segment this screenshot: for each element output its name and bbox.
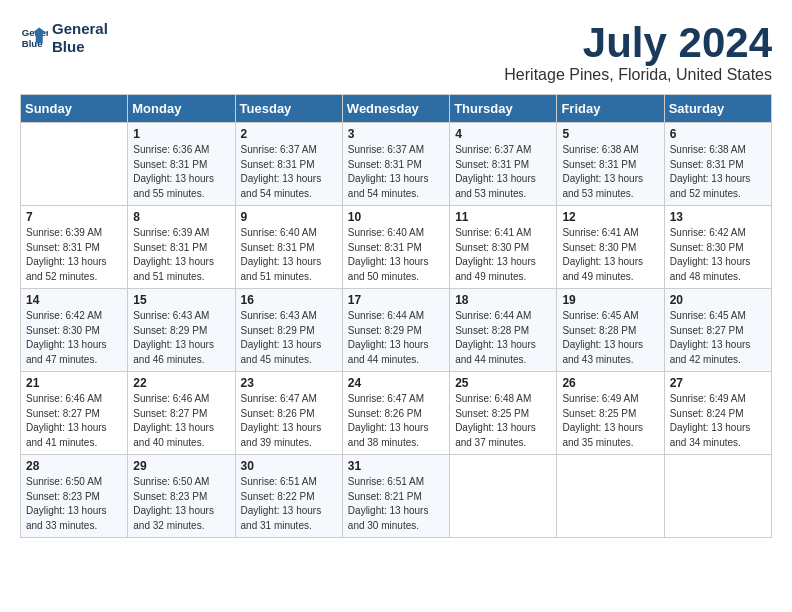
day-number: 1 [133,127,229,141]
day-number: 12 [562,210,658,224]
calendar-cell: 4Sunrise: 6:37 AMSunset: 8:31 PMDaylight… [450,123,557,206]
day-info: Sunrise: 6:37 AMSunset: 8:31 PMDaylight:… [348,143,444,201]
day-info: Sunrise: 6:39 AMSunset: 8:31 PMDaylight:… [133,226,229,284]
day-number: 10 [348,210,444,224]
day-number: 21 [26,376,122,390]
calendar-cell: 21Sunrise: 6:46 AMSunset: 8:27 PMDayligh… [21,372,128,455]
logo: General Blue General Blue [20,20,108,56]
calendar-cell: 1Sunrise: 6:36 AMSunset: 8:31 PMDaylight… [128,123,235,206]
day-info: Sunrise: 6:51 AMSunset: 8:22 PMDaylight:… [241,475,337,533]
logo-icon: General Blue [20,24,48,52]
day-info: Sunrise: 6:47 AMSunset: 8:26 PMDaylight:… [348,392,444,450]
day-number: 9 [241,210,337,224]
calendar-cell: 13Sunrise: 6:42 AMSunset: 8:30 PMDayligh… [664,206,771,289]
day-info: Sunrise: 6:37 AMSunset: 8:31 PMDaylight:… [241,143,337,201]
day-number: 26 [562,376,658,390]
calendar-cell: 2Sunrise: 6:37 AMSunset: 8:31 PMDaylight… [235,123,342,206]
day-info: Sunrise: 6:50 AMSunset: 8:23 PMDaylight:… [26,475,122,533]
calendar-cell [664,455,771,538]
day-number: 7 [26,210,122,224]
day-info: Sunrise: 6:43 AMSunset: 8:29 PMDaylight:… [133,309,229,367]
day-number: 29 [133,459,229,473]
day-info: Sunrise: 6:44 AMSunset: 8:28 PMDaylight:… [455,309,551,367]
day-info: Sunrise: 6:51 AMSunset: 8:21 PMDaylight:… [348,475,444,533]
calendar-cell: 17Sunrise: 6:44 AMSunset: 8:29 PMDayligh… [342,289,449,372]
day-number: 22 [133,376,229,390]
calendar-cell: 15Sunrise: 6:43 AMSunset: 8:29 PMDayligh… [128,289,235,372]
day-number: 23 [241,376,337,390]
day-info: Sunrise: 6:42 AMSunset: 8:30 PMDaylight:… [670,226,766,284]
calendar-cell: 18Sunrise: 6:44 AMSunset: 8:28 PMDayligh… [450,289,557,372]
day-of-week-header: Friday [557,95,664,123]
calendar-cell: 5Sunrise: 6:38 AMSunset: 8:31 PMDaylight… [557,123,664,206]
day-info: Sunrise: 6:41 AMSunset: 8:30 PMDaylight:… [562,226,658,284]
day-number: 24 [348,376,444,390]
day-number: 5 [562,127,658,141]
calendar-cell: 7Sunrise: 6:39 AMSunset: 8:31 PMDaylight… [21,206,128,289]
calendar-cell: 24Sunrise: 6:47 AMSunset: 8:26 PMDayligh… [342,372,449,455]
day-info: Sunrise: 6:43 AMSunset: 8:29 PMDaylight:… [241,309,337,367]
day-info: Sunrise: 6:46 AMSunset: 8:27 PMDaylight:… [133,392,229,450]
day-number: 15 [133,293,229,307]
day-info: Sunrise: 6:38 AMSunset: 8:31 PMDaylight:… [670,143,766,201]
day-number: 3 [348,127,444,141]
calendar-cell [557,455,664,538]
day-of-week-header: Thursday [450,95,557,123]
day-number: 2 [241,127,337,141]
day-info: Sunrise: 6:48 AMSunset: 8:25 PMDaylight:… [455,392,551,450]
calendar-cell [450,455,557,538]
day-number: 8 [133,210,229,224]
calendar-cell: 23Sunrise: 6:47 AMSunset: 8:26 PMDayligh… [235,372,342,455]
day-number: 27 [670,376,766,390]
day-of-week-header: Sunday [21,95,128,123]
day-info: Sunrise: 6:38 AMSunset: 8:31 PMDaylight:… [562,143,658,201]
day-info: Sunrise: 6:42 AMSunset: 8:30 PMDaylight:… [26,309,122,367]
calendar-cell: 9Sunrise: 6:40 AMSunset: 8:31 PMDaylight… [235,206,342,289]
calendar-cell: 29Sunrise: 6:50 AMSunset: 8:23 PMDayligh… [128,455,235,538]
location-title: Heritage Pines, Florida, United States [504,66,772,84]
day-number: 19 [562,293,658,307]
logo-text-line1: General [52,20,108,38]
calendar-cell: 22Sunrise: 6:46 AMSunset: 8:27 PMDayligh… [128,372,235,455]
calendar-cell: 27Sunrise: 6:49 AMSunset: 8:24 PMDayligh… [664,372,771,455]
day-info: Sunrise: 6:36 AMSunset: 8:31 PMDaylight:… [133,143,229,201]
day-number: 4 [455,127,551,141]
day-info: Sunrise: 6:40 AMSunset: 8:31 PMDaylight:… [348,226,444,284]
header: General Blue General Blue July 2024 Heri… [20,20,772,84]
day-info: Sunrise: 6:37 AMSunset: 8:31 PMDaylight:… [455,143,551,201]
calendar-cell: 10Sunrise: 6:40 AMSunset: 8:31 PMDayligh… [342,206,449,289]
day-of-week-header: Tuesday [235,95,342,123]
calendar-cell: 30Sunrise: 6:51 AMSunset: 8:22 PMDayligh… [235,455,342,538]
logo-text-line2: Blue [52,38,108,56]
calendar-cell: 25Sunrise: 6:48 AMSunset: 8:25 PMDayligh… [450,372,557,455]
day-number: 16 [241,293,337,307]
day-info: Sunrise: 6:47 AMSunset: 8:26 PMDaylight:… [241,392,337,450]
day-info: Sunrise: 6:50 AMSunset: 8:23 PMDaylight:… [133,475,229,533]
calendar-cell: 11Sunrise: 6:41 AMSunset: 8:30 PMDayligh… [450,206,557,289]
day-number: 18 [455,293,551,307]
calendar-cell: 26Sunrise: 6:49 AMSunset: 8:25 PMDayligh… [557,372,664,455]
calendar-table: SundayMondayTuesdayWednesdayThursdayFrid… [20,94,772,538]
calendar-cell [21,123,128,206]
calendar-cell: 3Sunrise: 6:37 AMSunset: 8:31 PMDaylight… [342,123,449,206]
calendar-cell: 19Sunrise: 6:45 AMSunset: 8:28 PMDayligh… [557,289,664,372]
day-info: Sunrise: 6:39 AMSunset: 8:31 PMDaylight:… [26,226,122,284]
calendar-cell: 31Sunrise: 6:51 AMSunset: 8:21 PMDayligh… [342,455,449,538]
calendar-cell: 6Sunrise: 6:38 AMSunset: 8:31 PMDaylight… [664,123,771,206]
day-info: Sunrise: 6:49 AMSunset: 8:24 PMDaylight:… [670,392,766,450]
calendar-cell: 20Sunrise: 6:45 AMSunset: 8:27 PMDayligh… [664,289,771,372]
day-number: 28 [26,459,122,473]
day-number: 20 [670,293,766,307]
day-of-week-header: Monday [128,95,235,123]
title-area: July 2024 Heritage Pines, Florida, Unite… [504,20,772,84]
day-info: Sunrise: 6:46 AMSunset: 8:27 PMDaylight:… [26,392,122,450]
day-number: 25 [455,376,551,390]
day-number: 31 [348,459,444,473]
calendar-cell: 16Sunrise: 6:43 AMSunset: 8:29 PMDayligh… [235,289,342,372]
calendar-cell: 8Sunrise: 6:39 AMSunset: 8:31 PMDaylight… [128,206,235,289]
day-number: 13 [670,210,766,224]
calendar-cell: 28Sunrise: 6:50 AMSunset: 8:23 PMDayligh… [21,455,128,538]
day-number: 14 [26,293,122,307]
day-info: Sunrise: 6:41 AMSunset: 8:30 PMDaylight:… [455,226,551,284]
month-title: July 2024 [504,20,772,66]
